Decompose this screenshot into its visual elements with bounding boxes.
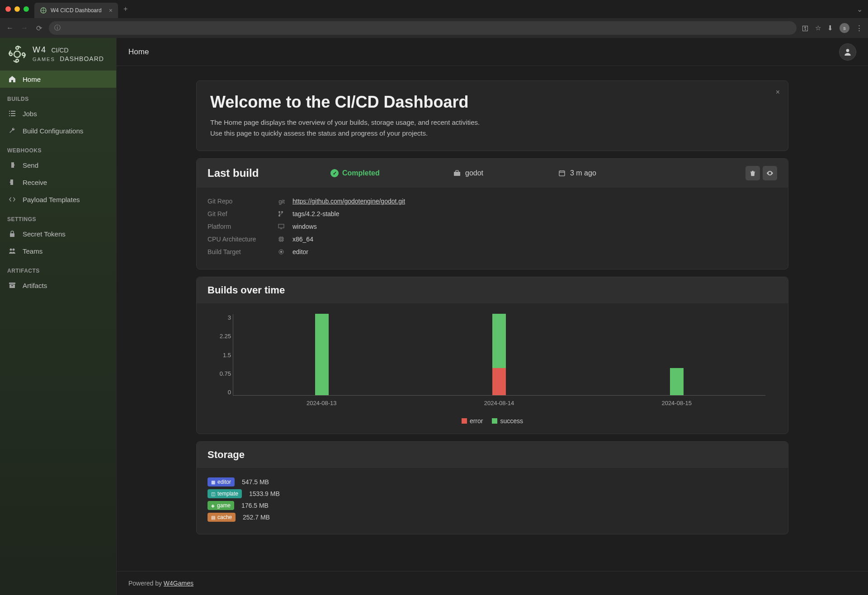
sidebar-item-artifacts[interactable]: Artifacts [0, 277, 116, 294]
sidebar-item-receive[interactable]: Receive [0, 174, 116, 191]
git-icon: git [278, 198, 285, 205]
svg-rect-6 [9, 111, 10, 112]
sidebar-item-payload-templates[interactable]: Payload Templates [0, 191, 116, 208]
time-text: 3 m ago [570, 169, 596, 177]
detail-row-target: Build Target editor [208, 246, 777, 258]
url-bar[interactable]: ⓘ [49, 21, 797, 35]
user-menu-button[interactable] [839, 43, 856, 61]
svg-point-21 [769, 173, 771, 174]
bar-segment-error [492, 368, 506, 395]
repo-link[interactable]: https://github.com/godotengine/godot.git [292, 198, 405, 205]
svg-rect-8 [9, 113, 10, 114]
bookmark-icon[interactable]: ☆ [815, 24, 821, 32]
browser-toolbar: ← → ⟳ ⓘ ⚿ ☆ ⬇ s ⋮ [0, 18, 868, 38]
sidebar-item-send[interactable]: Send [0, 156, 116, 174]
template-tag-icon: ◫ [211, 491, 215, 496]
sidebar-section-builds: BUILDS Jobs Build Configurations [0, 90, 116, 139]
delete-button[interactable] [745, 166, 760, 180]
minimize-window-button[interactable] [14, 6, 20, 12]
bar-stack [315, 314, 329, 395]
sidebar-heading: WEBHOOKS [0, 141, 116, 156]
tab-close-icon[interactable]: × [109, 7, 113, 14]
detail-value: windows [292, 223, 317, 230]
code-icon [8, 195, 16, 203]
content: × Welcome to the CI/CD Dashboard The Hom… [117, 66, 868, 571]
svg-rect-9 [11, 113, 15, 114]
tab-favicon-icon [40, 7, 47, 14]
sidebar-label: Home [23, 76, 41, 83]
monitor-icon [278, 224, 285, 229]
maximize-window-button[interactable] [24, 6, 29, 12]
welcome-card: × Welcome to the CI/CD Dashboard The Hom… [196, 80, 788, 151]
new-tab-button[interactable]: + [123, 5, 127, 13]
detail-row-repo: Git Repo git https://github.com/godoteng… [208, 195, 777, 208]
chart-body: 3 2.25 1.5 0.75 0 2024-08-132024-08-1420… [197, 303, 788, 434]
logo-product-line2: DASHBOARD [60, 55, 104, 62]
tag-label: game [217, 502, 231, 509]
site-info-icon[interactable]: ⓘ [54, 24, 61, 32]
view-button[interactable] [763, 166, 777, 180]
sidebar-item-teams[interactable]: Teams [0, 242, 116, 260]
svg-rect-10 [9, 115, 10, 116]
svg-rect-26 [279, 237, 283, 241]
sidebar-item-secret-tokens[interactable]: Secret Tokens [0, 225, 116, 242]
svg-rect-20 [559, 171, 565, 176]
lastbuild-status: ✓ Completed [330, 169, 448, 177]
tag-label: cache [217, 514, 232, 520]
window-controls [5, 6, 29, 12]
storage-tag-editor: ▦editor [208, 477, 235, 486]
svg-point-29 [280, 251, 282, 253]
close-window-button[interactable] [5, 6, 11, 12]
detail-label: CPU Architecture [208, 236, 271, 243]
legend-item-success: success [492, 417, 523, 425]
sidebar-item-build-configs[interactable]: Build Configurations [0, 122, 116, 139]
forward-button[interactable]: → [20, 24, 29, 32]
sidebar-section-artifacts: ARTIFACTS Artifacts [0, 261, 116, 294]
logo-text: W4 CI/CD GAMES DASHBOARD [33, 46, 104, 62]
chart-yaxis: 3 2.25 1.5 0.75 0 [210, 314, 231, 396]
svg-rect-12 [10, 233, 14, 237]
detail-row-platform: Platform windows [208, 220, 777, 233]
sidebar-label: Build Configurations [23, 127, 83, 135]
svg-point-22 [278, 211, 280, 213]
svg-point-1 [14, 51, 20, 57]
tabs-dropdown-icon[interactable]: ⌄ [857, 5, 863, 14]
svg-rect-15 [9, 283, 15, 284]
logo-product-line1: CI/CD [51, 47, 68, 54]
sidebar-item-home[interactable]: Home [0, 71, 116, 88]
legend-swatch-icon [462, 418, 467, 424]
detail-value: tags/4.2.2-stable [292, 210, 340, 217]
ytick: 0 [228, 389, 231, 396]
reload-button[interactable]: ⟳ [34, 24, 43, 33]
home-icon [8, 75, 16, 83]
sidebar-label: Jobs [23, 110, 37, 118]
sidebar-item-jobs[interactable]: Jobs [0, 105, 116, 122]
bar-stack [670, 368, 684, 395]
footer-link[interactable]: W4Games [164, 580, 193, 587]
svg-point-14 [13, 249, 15, 251]
password-icon[interactable]: ⚿ [802, 24, 809, 32]
browser-tab[interactable]: W4 CICD Dashboard × [34, 3, 118, 18]
browser-chrome: W4 CICD Dashboard × + ⌄ ← → ⟳ ⓘ ⚿ ☆ ⬇ s … [0, 0, 868, 38]
chart-card: Builds over time 3 2.25 1.5 0.75 0 [196, 277, 788, 434]
profile-avatar[interactable]: s [840, 23, 849, 33]
chart-bars [233, 314, 765, 395]
tab-title: W4 CICD Dashboard [51, 7, 102, 14]
downloads-icon[interactable]: ⬇ [827, 24, 833, 32]
footer-prefix: Powered by [128, 580, 164, 587]
logo-block[interactable]: W4 CI/CD GAMES DASHBOARD [0, 38, 116, 71]
svg-point-18 [846, 49, 849, 52]
lastbuild-time: 3 m ago [558, 169, 740, 177]
calendar-icon [558, 170, 566, 177]
game-tag-icon: ◈ [211, 503, 215, 508]
close-icon[interactable]: × [776, 88, 780, 96]
chart-area: 3 2.25 1.5 0.75 0 2024-08-132024-08-1420… [233, 314, 765, 405]
detail-row-arch: CPU Architecture x86_64 [208, 233, 777, 246]
menu-icon[interactable]: ⋮ [856, 24, 863, 32]
svg-point-13 [10, 249, 12, 251]
back-button[interactable]: ← [5, 24, 14, 32]
lastbuild-title: Last build [208, 167, 325, 179]
bar-group [588, 314, 765, 395]
lock-icon [8, 230, 16, 238]
legend-label: success [500, 417, 523, 425]
